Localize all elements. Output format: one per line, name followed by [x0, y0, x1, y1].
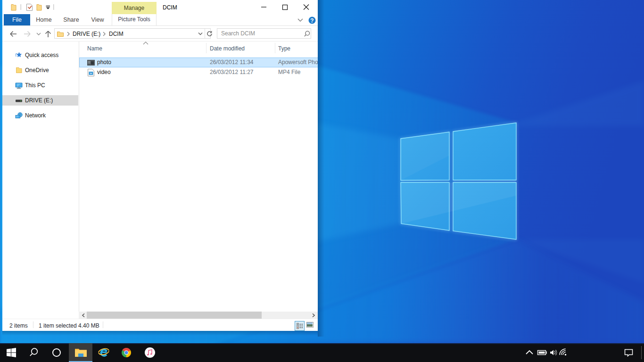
svg-text:?: ? [310, 17, 314, 24]
